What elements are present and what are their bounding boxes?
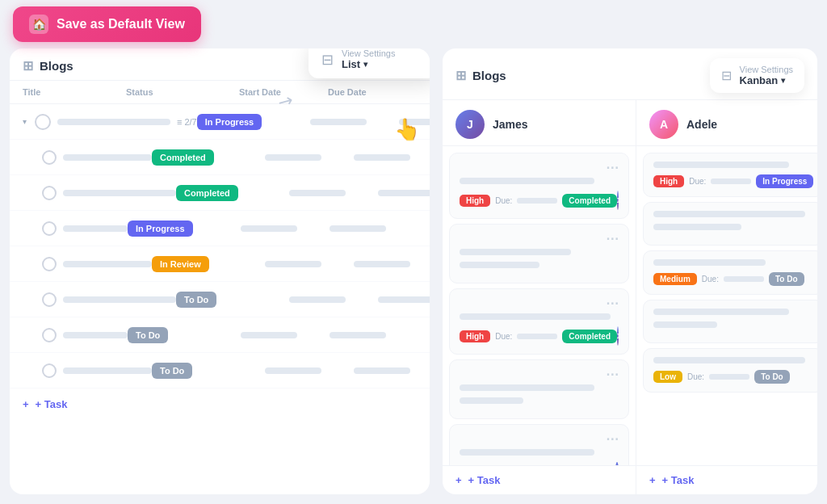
expand-arrow-icon[interactable]: ▾	[23, 117, 27, 126]
row-title-cell	[42, 186, 176, 200]
card-meta-left: Medium Due: To Do	[653, 272, 804, 286]
status-badge-completed[interactable]: Completed	[562, 194, 617, 208]
list-icon: ⊞	[23, 58, 33, 74]
row-title-cell	[42, 257, 152, 271]
card-meta-left: High Due: In Progress	[653, 174, 813, 188]
kanban-vs-icon: ⊟	[721, 68, 732, 83]
adele-cards: High Due: In Progress	[636, 146, 817, 465]
status-badge[interactable]: To Do	[176, 292, 216, 308]
start-date-cell	[265, 261, 354, 267]
james-cards: ⋯ High Due: Completed J	[443, 146, 636, 465]
card-sub-bar	[653, 321, 717, 328]
kanban-card[interactable]	[643, 300, 817, 343]
add-task-label: + Task	[662, 474, 695, 486]
column-user-name-adele: Adele	[686, 118, 717, 131]
row-checkbox[interactable]	[42, 257, 57, 271]
row-checkbox[interactable]	[42, 150, 57, 165]
view-settings-icon: ⊟	[321, 51, 334, 69]
card-more-icon[interactable]: ⋯	[460, 233, 619, 249]
status-badge[interactable]: In Progress	[197, 114, 262, 130]
kanban-card[interactable]: Low Due: To Do	[643, 348, 817, 393]
kanban-card[interactable]: ⋯ High Due: Completed J	[449, 288, 629, 355]
table-row[interactable]: ▾ ≡2/7 In Progress	[10, 104, 430, 140]
status-badge[interactable]: To Do	[152, 363, 192, 379]
start-date-cell	[310, 119, 399, 125]
card-avatar-james: J	[617, 191, 619, 210]
card-more-icon[interactable]: ⋯	[460, 433, 619, 449]
kanban-header: ⊞ Blogs ⊟ View Settings Kanban ▾	[443, 48, 817, 100]
card-meta: Low Due: To Do	[653, 370, 813, 384]
status-badge[interactable]: To Do	[128, 327, 168, 343]
table-row[interactable]: To Do	[10, 317, 430, 353]
card-sub-bar	[460, 397, 523, 404]
view-settings-value[interactable]: List ▾	[342, 58, 395, 70]
status-badge-todo[interactable]: To Do	[754, 370, 790, 384]
priority-badge-high: High	[653, 175, 684, 187]
row-checkbox[interactable]	[42, 221, 57, 236]
card-title-bar	[460, 313, 611, 320]
due-bar	[709, 374, 749, 380]
avatar-adele: A	[649, 110, 678, 139]
kanban-columns: J James ⋯ High Due: Completed	[443, 100, 817, 494]
kanban-card[interactable]: ⋯	[449, 359, 629, 419]
row-checkbox[interactable]	[42, 186, 57, 200]
card-title-bar	[653, 259, 766, 266]
kanban-view-settings[interactable]: ⊟ View Settings Kanban ▾	[710, 58, 804, 93]
kanban-card[interactable]: ⋯ High Due: Completed J	[449, 153, 629, 219]
card-more-icon[interactable]: ⋯	[460, 297, 619, 313]
status-badge[interactable]: In Review	[152, 256, 209, 272]
status-badge-in-progress[interactable]: In Progress	[756, 174, 813, 188]
card-more-icon[interactable]: ⋯	[460, 162, 619, 178]
row-checkbox[interactable]	[42, 363, 57, 378]
kanban-card[interactable]: ⋯ High Due: completed J	[449, 424, 629, 465]
status-badge-todo[interactable]: To Do	[769, 272, 804, 286]
status-badge[interactable]: Completed	[152, 149, 214, 166]
column-user-name-james: James	[493, 118, 528, 131]
column-header-adele: A Adele	[636, 100, 817, 146]
card-sub-bar	[653, 224, 741, 230]
start-date-cell	[241, 225, 330, 232]
card-title-bar	[460, 249, 571, 255]
main-content: ⊟ View Settings List ▾ ↗ 👆 ⊞ Blogs Title…	[0, 48, 827, 504]
row-title-cell: ▾ ≡2/7	[23, 114, 197, 130]
kanban-card[interactable]: ⋯	[449, 224, 629, 284]
due-bar	[517, 198, 557, 204]
kanban-card[interactable]: High Due: In Progress	[643, 153, 817, 197]
status-cell: In Review	[152, 256, 265, 272]
table-row[interactable]: Completed	[10, 140, 430, 175]
status-cell: Completed	[176, 185, 289, 201]
row-text-bar	[63, 190, 176, 196]
row-checkbox[interactable]	[42, 328, 57, 342]
save-default-button[interactable]: 🏠 Save as Default View	[13, 6, 201, 42]
hand-cursor-icon: 👆	[394, 117, 420, 142]
column-header-james: J James	[443, 100, 636, 146]
row-text-bar	[63, 296, 176, 303]
view-settings-popup[interactable]: ⊟ View Settings List ▾	[309, 48, 430, 78]
status-badge-completed[interactable]: Completed	[562, 330, 617, 343]
card-more-icon[interactable]: ⋯	[460, 368, 619, 384]
status-cell: In Progress	[128, 220, 241, 237]
row-title-cell	[42, 150, 152, 165]
kanban-panel-title: ⊞ Blogs	[455, 68, 506, 83]
kanban-card[interactable]	[643, 202, 817, 246]
table-row[interactable]: In Progress	[10, 211, 430, 246]
row-text-bar	[63, 261, 152, 267]
kanban-vs-value[interactable]: Kanban ▾	[740, 74, 793, 86]
kanban-add-task-james[interactable]: + + Task	[443, 465, 636, 494]
kanban-add-task-adele[interactable]: + + Task	[636, 465, 817, 494]
kanban-card[interactable]: Medium Due: To Do	[643, 250, 817, 295]
table-row[interactable]: In Review	[10, 246, 430, 282]
row-checkbox[interactable]	[35, 114, 51, 130]
row-checkbox[interactable]	[42, 292, 57, 307]
panel-title-text: Blogs	[40, 59, 73, 73]
status-badge[interactable]: Completed	[176, 185, 238, 201]
card-title-bar	[653, 357, 805, 363]
table-header: Title Status Start Date Due Date	[10, 81, 430, 104]
status-badge[interactable]: In Progress	[128, 220, 193, 237]
status-cell: In Progress	[197, 114, 310, 130]
table-row[interactable]: To Do	[10, 282, 430, 317]
add-task-button[interactable]: + + Task	[10, 388, 430, 420]
table-row[interactable]: To Do	[10, 353, 430, 388]
table-row[interactable]: Completed	[10, 175, 430, 211]
subtask-count: ≡2/7	[177, 117, 197, 127]
